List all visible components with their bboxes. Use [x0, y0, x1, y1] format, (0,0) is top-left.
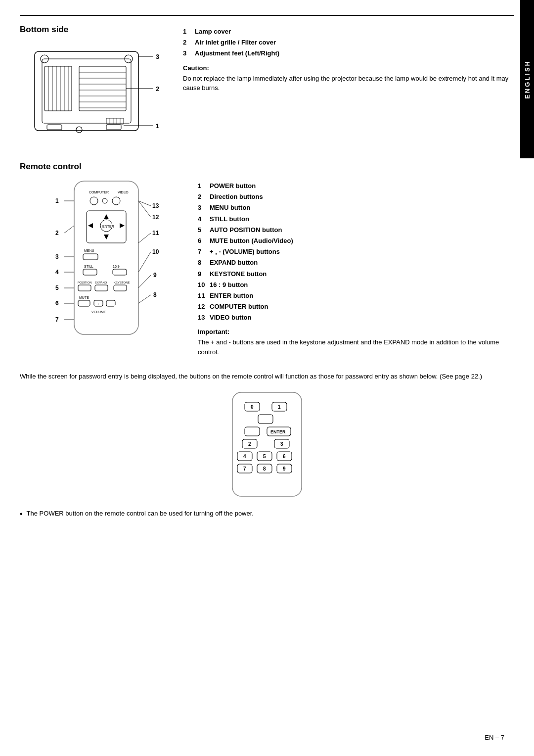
svg-text:5: 5 — [263, 454, 266, 459]
svg-text:STILL: STILL — [84, 265, 93, 268]
svg-text:1: 1 — [55, 197, 59, 204]
svg-line-66 — [64, 226, 74, 233]
svg-text:3: 3 — [156, 53, 159, 60]
bottom-side-diagram: 3 2 1 — [20, 42, 168, 145]
svg-line-82 — [138, 233, 151, 243]
svg-text:VIDEO: VIDEO — [118, 190, 129, 194]
bullet-text: The POWER button on the remote control c… — [27, 509, 254, 520]
list-item: 4 STILL button — [198, 215, 514, 224]
svg-rect-95 — [258, 415, 273, 424]
list-item: 5 AUTO POSITION button — [198, 226, 514, 235]
svg-text:3: 3 — [55, 253, 59, 260]
svg-rect-57 — [114, 285, 127, 291]
svg-marker-41 — [104, 235, 109, 239]
remote-control-heading: Remote control — [20, 162, 183, 172]
password-intro-text: While the screen for password entry is b… — [20, 372, 514, 382]
svg-rect-0 — [35, 51, 138, 131]
list-item: 11 ENTER button — [198, 291, 514, 300]
svg-marker-40 — [104, 214, 109, 219]
svg-point-37 — [112, 197, 120, 205]
remote-control-diagram: COMPUTER VIDEO ENTER — [44, 179, 183, 347]
svg-point-19 — [76, 127, 82, 133]
list-item: 13 VIDEO button — [198, 313, 514, 322]
caution-block: Caution: Do not replace the lamp immedia… — [183, 64, 514, 93]
bottom-side-section: Bottom side — [20, 25, 514, 147]
top-border — [20, 15, 514, 16]
svg-text:5: 5 — [55, 284, 59, 291]
svg-point-36 — [90, 197, 98, 205]
svg-rect-96 — [245, 427, 260, 436]
svg-line-86 — [138, 275, 151, 288]
list-item: 10 16 : 9 button — [198, 281, 514, 289]
svg-text:VOLUME: VOLUME — [91, 310, 106, 314]
svg-marker-43 — [120, 223, 125, 228]
list-item: 1 POWER button — [198, 182, 514, 190]
svg-rect-61 — [106, 300, 115, 306]
svg-text:6: 6 — [55, 300, 59, 307]
bottom-side-list: 1 Lamp cover 2 Air inlet grille / Filter… — [183, 27, 514, 58]
list-item: 12 COMPUTER button — [198, 302, 514, 311]
svg-text:4: 4 — [55, 269, 59, 276]
password-section: While the screen for password entry is b… — [20, 372, 514, 499]
list-item: 6 MUTE button (Audio/Video) — [198, 236, 514, 245]
svg-text:11: 11 — [152, 230, 159, 236]
svg-text:+: + — [97, 302, 99, 306]
svg-rect-9 — [79, 66, 126, 111]
svg-line-84 — [138, 252, 151, 272]
svg-text:6: 6 — [283, 454, 286, 459]
svg-text:COMPUTER: COMPUTER — [89, 190, 109, 194]
important-block: Important: The + and - buttons are used … — [198, 328, 514, 357]
svg-rect-55 — [78, 285, 91, 291]
svg-text:4: 4 — [243, 454, 246, 459]
remote-list: 1 POWER button 2 Direction buttons 3 MEN… — [198, 182, 514, 322]
svg-text:ENTER: ENTER — [270, 429, 286, 434]
svg-rect-51 — [113, 269, 127, 275]
bullet-dot: • — [20, 508, 23, 520]
svg-rect-56 — [95, 285, 108, 291]
list-item: 2 Air inlet grille / Filter cover — [183, 38, 514, 47]
svg-text:3: 3 — [280, 441, 283, 447]
list-item: 7 + , - (VOLUME) buttons — [198, 247, 514, 256]
bullet-point: • The POWER button on the remote control… — [20, 509, 514, 520]
svg-text:8: 8 — [263, 466, 266, 472]
caution-title: Caution: — [183, 64, 514, 72]
svg-rect-33 — [74, 181, 138, 334]
list-item: 8 EXPAND button — [198, 258, 514, 267]
list-item: 3 MENU button — [198, 203, 514, 212]
important-text: The + and - buttons are used in the keys… — [198, 337, 514, 357]
svg-text:POSITION: POSITION — [78, 281, 92, 284]
svg-rect-21 — [106, 125, 121, 130]
svg-text:10: 10 — [152, 248, 159, 255]
bottom-side-right: 1 Lamp cover 2 Air inlet grille / Filter… — [183, 25, 514, 147]
svg-text:MENU: MENU — [84, 249, 94, 252]
svg-line-88 — [138, 295, 151, 303]
svg-rect-47 — [83, 254, 98, 260]
svg-text:1: 1 — [278, 404, 281, 410]
list-item: 1 Lamp cover — [183, 27, 514, 36]
svg-rect-20 — [47, 125, 62, 130]
svg-text:12: 12 — [152, 214, 159, 221]
list-item: 2 Direction buttons — [198, 192, 514, 201]
remote-control-left: Remote control COMPUTER VIDEO — [20, 162, 183, 357]
svg-text:2: 2 — [55, 230, 59, 236]
svg-rect-59 — [78, 300, 90, 306]
list-item: 3 Adjustment feet (Left/Right) — [183, 49, 514, 58]
list-item: 9 KEYSTONE button — [198, 270, 514, 279]
svg-text:2: 2 — [156, 85, 159, 93]
svg-text:KEYSTONE: KEYSTONE — [114, 281, 130, 284]
caution-text: Do not replace the lamp immediately afte… — [183, 74, 514, 93]
svg-text:0: 0 — [251, 404, 254, 410]
password-remote-diagram: 0 1 ENTER 2 3 4 5 6 7 — [227, 390, 307, 499]
svg-text:16.9: 16.9 — [113, 265, 120, 268]
svg-rect-1 — [42, 59, 131, 123]
bottom-side-left: Bottom side — [20, 25, 168, 147]
remote-control-section: Remote control COMPUTER VIDEO — [20, 162, 514, 357]
important-title: Important: — [198, 328, 514, 335]
svg-text:7: 7 — [55, 316, 59, 323]
svg-text:9: 9 — [283, 466, 286, 472]
svg-text:MUTE: MUTE — [79, 296, 89, 299]
svg-text:8: 8 — [153, 291, 157, 298]
svg-text:13: 13 — [152, 202, 159, 209]
side-tab: ENGLISH — [520, 0, 534, 158]
svg-text:7: 7 — [243, 466, 246, 472]
